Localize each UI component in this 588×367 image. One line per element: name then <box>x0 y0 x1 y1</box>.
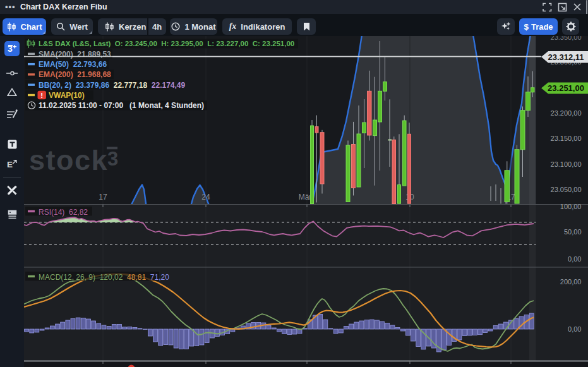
svg-text:100,00: 100,00 <box>560 203 582 210</box>
svg-text:EMA(200) 21.968,68: EMA(200) 21.968,68 <box>39 70 111 79</box>
svg-text:3: 3 <box>107 148 118 170</box>
svg-text:EMA(50) 22.793,66: EMA(50) 22.793,66 <box>39 60 107 69</box>
svg-text:L&S DAX (L&S, Last) O: 23.245: L&S DAX (L&S, Last) O: 23.245,00 H: 23.2… <box>39 40 294 47</box>
svg-text:BB(20, 2) 23.379,86 22.777,1: BB(20, 2) 23.379,86 22.777,18 22.174,49 <box>39 81 186 90</box>
svg-text:23.150,00: 23.150,00 <box>551 135 582 142</box>
svg-text:E: E <box>7 159 13 169</box>
svg-text:SMA(200) 21.889,53: SMA(200) 21.889,53 <box>39 50 111 59</box>
svg-text:0,00: 0,00 <box>568 325 581 333</box>
svg-text:23.350,00: 23.350,00 <box>551 35 582 41</box>
svg-text:23.200,00: 23.200,00 <box>551 109 582 117</box>
svg-text:VWAP(10): VWAP(10) <box>49 91 85 100</box>
svg-text:stock: stock <box>29 144 108 176</box>
svg-text:200,00: 200,00 <box>560 278 582 286</box>
svg-text:23.251,00: 23.251,00 <box>548 83 584 93</box>
svg-text:23.100,00: 23.100,00 <box>551 160 582 168</box>
svg-text:23.050,00: 23.050,00 <box>551 186 582 193</box>
svg-text:RSI(14) 62,82: RSI(14) 62,82 <box>39 208 88 217</box>
svg-text:17: 17 <box>99 193 107 202</box>
svg-text:0,00: 0,00 <box>568 255 581 263</box>
svg-text:!: ! <box>40 92 43 99</box>
svg-text:23.312,11: 23.312,11 <box>548 52 584 62</box>
svg-text:Mär: Mär <box>299 193 312 202</box>
svg-text:50,00: 50,00 <box>564 228 582 236</box>
svg-text:MACD(12, 26, 9) 120,02 48,81: MACD(12, 26, 9) 120,02 48,81 71,20 <box>39 273 169 282</box>
svg-text:24: 24 <box>201 193 210 202</box>
svg-text:11.02.2025 11:00 - 07:00 (1: 11.02.2025 11:00 - 07:00 (1 Monat, 4 Stu… <box>39 101 204 110</box>
